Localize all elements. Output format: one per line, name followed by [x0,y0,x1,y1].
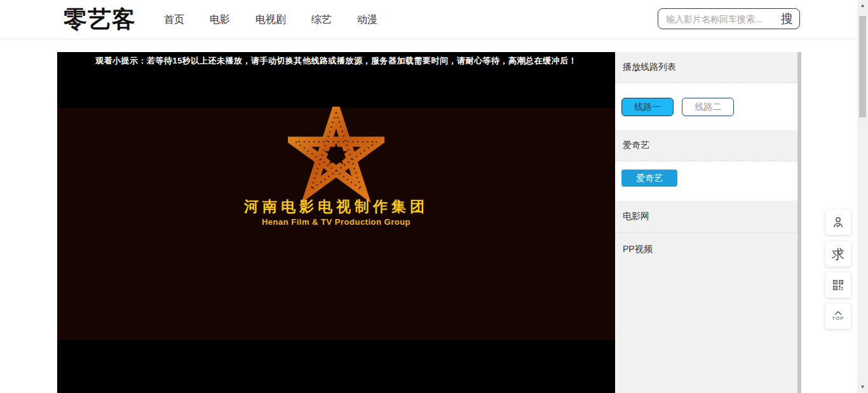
section-title: 播放线路列表 [623,62,676,73]
search-input[interactable] [658,14,778,24]
request-movie-button[interactable]: 求 [825,241,851,267]
nav-item-movies[interactable]: 电影 [210,13,230,27]
nav-item-tv-series[interactable]: 电视剧 [255,13,286,27]
site-logo[interactable]: 零艺客 [64,4,136,36]
nav-item-anime[interactable]: 动漫 [357,13,377,27]
page: 零艺客 首页 电影 电视剧 综艺 动漫 搜 观看小提示：若等待15秒以上还未播放… [0,0,868,393]
iqiyi-source-button[interactable]: 爱奇艺 [621,170,677,187]
section-header-movie-web[interactable]: 电影网 [615,201,801,233]
request-icon: 求 [832,248,844,260]
section-title: PP视频 [623,244,653,255]
back-to-top-button[interactable]: TOP [825,303,851,329]
film-star-logo-icon [288,107,384,206]
search-box: 搜 [658,8,800,29]
section-header-iqiyi[interactable]: 爱奇艺 [615,130,801,161]
player-tip-text: 观看小提示：若等待15秒以上还未播放，请手动切换其他线路或播放源，服务器加载需要… [57,55,615,67]
page-scrollbar: ▲ ▼ [857,0,868,393]
iqiyi-buttons-row: 爱奇艺 [615,161,801,201]
scrollbar-thumb[interactable] [859,16,866,117]
video-player: 观看小提示：若等待15秒以上还未播放，请手动切换其他线路或播放源，服务器加载需要… [57,52,615,393]
video-logo-title-cn: 河南电影电视制作集团 [57,197,615,216]
sidebar-scrollbar[interactable] [797,52,801,393]
nav-item-home[interactable]: 首页 [164,13,184,27]
scroll-down-arrow-icon[interactable]: ▼ [857,385,868,390]
section-title: 电影网 [623,211,649,222]
nav-item-variety[interactable]: 综艺 [311,13,332,27]
qrcode-button[interactable] [825,272,851,298]
top-bar: 零艺客 首页 电影 电视剧 综艺 动漫 搜 [0,0,857,39]
line-2-button[interactable]: 线路二 [682,98,734,116]
top-label: TOP [832,316,844,321]
section-header-pp-video[interactable]: PP视频 [615,233,801,265]
scroll-up-arrow-icon[interactable]: ▲ [857,3,868,8]
play-source-sidebar: 播放线路列表 线路一 线路二 爱奇艺 爱奇艺 电影网 PP视频 [615,52,801,393]
user-check-icon [831,215,845,229]
line-buttons-row: 线路一 线路二 [615,83,801,130]
search-button[interactable]: 搜 [778,13,799,25]
main-nav: 首页 电影 电视剧 综艺 动漫 [164,0,377,39]
chevron-up-icon [834,311,842,315]
qrcode-icon [831,278,845,292]
section-title: 爱奇艺 [623,140,649,151]
feedback-button[interactable] [825,210,851,235]
section-header-line-list: 播放线路列表 [615,52,801,83]
line-1-button[interactable]: 线路一 [621,98,674,116]
video-logo-title-en: Henan Film & TV Production Group [57,217,615,227]
